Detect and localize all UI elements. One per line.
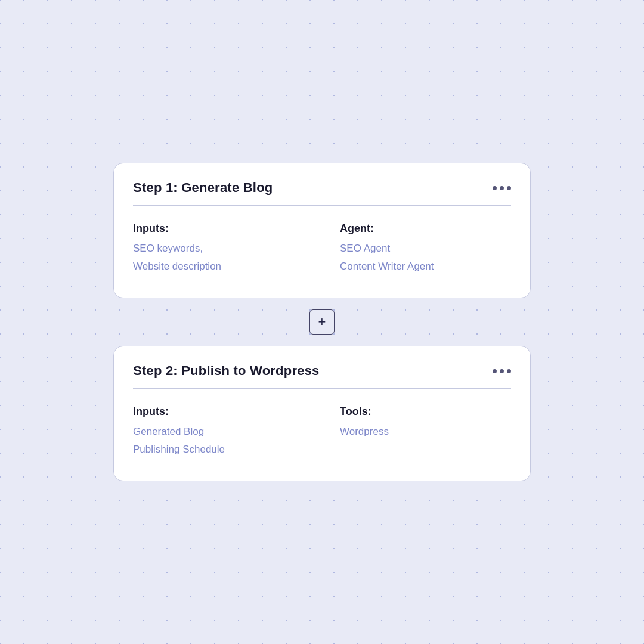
step2-menu-button[interactable]: [493, 369, 511, 373]
step1-agents-list: SEO Agent Content Writer Agent: [340, 241, 511, 274]
step1-input-item-2: Website description: [133, 259, 304, 274]
plus-icon: +: [318, 315, 326, 329]
menu-dot-5: [500, 369, 504, 373]
menu-dot-1: [493, 186, 497, 190]
step2-content: Inputs: Generated Blog Publishing Schedu…: [133, 405, 511, 457]
step2-header: Step 2: Publish to Wordpress: [133, 363, 511, 379]
step1-card: Step 1: Generate Blog Inputs: SEO keywor…: [113, 163, 531, 298]
step1-content: Inputs: SEO keywords, Website descriptio…: [133, 222, 511, 274]
menu-dot-2: [500, 186, 504, 190]
step2-divider: [133, 388, 511, 389]
step2-input-item-1: Generated Blog: [133, 424, 304, 439]
step1-title: Step 1: Generate Blog: [133, 180, 273, 196]
step2-title: Step 2: Publish to Wordpress: [133, 363, 320, 379]
step2-tools-section: Tools: Wordpress: [340, 405, 511, 457]
step1-agent-item-1: SEO Agent: [340, 241, 511, 256]
step1-inputs-list: SEO keywords, Website description: [133, 241, 304, 274]
step1-inputs-section: Inputs: SEO keywords, Website descriptio…: [133, 222, 304, 274]
step2-tool-item-1: Wordpress: [340, 424, 511, 439]
step1-divider: [133, 205, 511, 206]
step1-inputs-label: Inputs:: [133, 222, 304, 235]
step2-tools-label: Tools:: [340, 405, 511, 418]
step1-agent-label: Agent:: [340, 222, 511, 235]
step2-inputs-label: Inputs:: [133, 405, 304, 418]
step-connector: +: [113, 298, 531, 346]
step1-menu-button[interactable]: [493, 186, 511, 190]
workflow-container: Step 1: Generate Blog Inputs: SEO keywor…: [113, 163, 531, 481]
step2-tools-list: Wordpress: [340, 424, 511, 439]
step2-inputs-list: Generated Blog Publishing Schedule: [133, 424, 304, 457]
step2-input-item-2: Publishing Schedule: [133, 442, 304, 457]
step2-card: Step 2: Publish to Wordpress Inputs: Gen…: [113, 346, 531, 481]
step2-inputs-section: Inputs: Generated Blog Publishing Schedu…: [133, 405, 304, 457]
add-step-button[interactable]: +: [309, 309, 335, 335]
menu-dot-6: [507, 369, 511, 373]
menu-dot-4: [493, 369, 497, 373]
step1-agents-section: Agent: SEO Agent Content Writer Agent: [340, 222, 511, 274]
step1-agent-item-2: Content Writer Agent: [340, 259, 511, 274]
step1-input-item-1: SEO keywords,: [133, 241, 304, 256]
menu-dot-3: [507, 186, 511, 190]
step1-header: Step 1: Generate Blog: [133, 180, 511, 196]
